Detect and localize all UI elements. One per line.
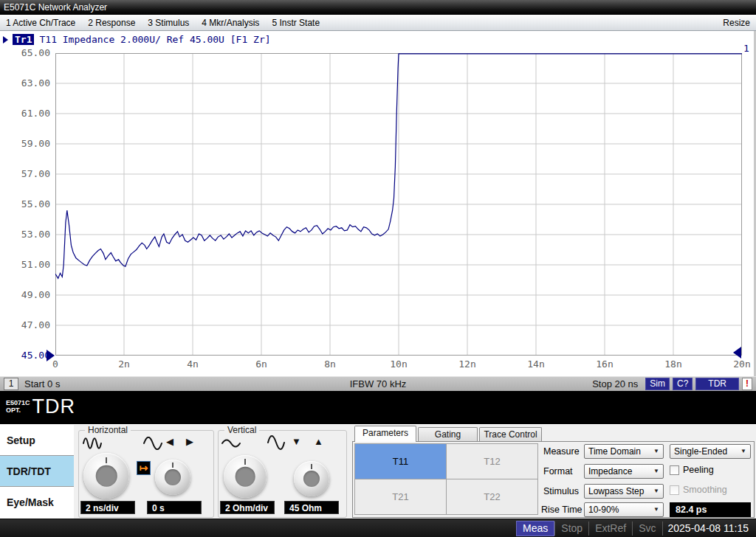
stop-value: Stop 20 ns	[592, 378, 638, 389]
trace-status-text: T11 Impedance 2.000U/ Ref 45.00U [F1 Zr]	[39, 34, 270, 45]
y-axis-tick-label: 61.00	[3, 108, 50, 119]
active-trace-arrow-icon	[3, 36, 12, 44]
param-t12-button[interactable]: T12	[446, 443, 538, 479]
measurement-screen: Tr1 T11 Impedance 2.000U/ Ref 45.00U [F1…	[0, 31, 756, 376]
tab-gating[interactable]: Gating	[418, 427, 478, 442]
horizontal-scale-knob[interactable]	[83, 453, 129, 499]
menu-item-resize[interactable]: Resize	[723, 18, 750, 28]
horizontal-offset-button[interactable]: ↦	[137, 461, 151, 475]
risetime-dropdown[interactable]: 10-90% ▼	[584, 502, 664, 517]
vertical-position-value: 45 Ohm	[284, 501, 339, 514]
x-axis-tick-label: 20n	[718, 358, 756, 370]
scale-down-icon[interactable]: ▼	[292, 436, 301, 448]
trace-number-label: 1	[743, 43, 749, 54]
risetime-label: Rise Time	[541, 505, 583, 515]
format-dropdown-arrow-icon: ▼	[653, 465, 659, 478]
y-axis-tick-label: 49.00	[3, 289, 50, 300]
horizontal-group: Horizontal ◀ ▶ ↦ 2 ns/div 0 s	[78, 430, 214, 518]
format-label: Format	[543, 466, 573, 477]
parameters-tab-content: T11 T12 T21 T22 Measure Time Domain ▼ Si…	[352, 441, 755, 518]
svc-status: Svc	[632, 522, 662, 536]
tdr-badge: TDR	[695, 378, 739, 390]
sweep-stop-marker	[733, 347, 741, 358]
param-t11-button[interactable]: T11	[354, 443, 447, 479]
y-axis-tick-label: 55.00	[3, 198, 50, 209]
extref-status: ExtRef	[588, 522, 632, 536]
topology-dropdown[interactable]: Single-Ended ▼	[670, 444, 751, 459]
x-axis-tick-label: 2n	[100, 358, 148, 370]
y-axis-tick-label: 57.00	[3, 168, 50, 179]
menu-item[interactable]: 2 Response	[88, 18, 135, 28]
x-axis-tick-label: 16n	[581, 358, 628, 370]
scale-up-icon[interactable]: ▲	[314, 436, 323, 448]
smoothing-checkbox-row: Smoothing	[670, 485, 727, 495]
datetime-display: 2025-04-08 11:15	[662, 522, 755, 536]
scroll-left-icon[interactable]: ◀	[166, 436, 173, 448]
vertical-position-knob[interactable]	[294, 461, 329, 496]
alert-badge: !	[742, 378, 752, 390]
smoothing-checkbox[interactable]	[670, 485, 679, 495]
measure-label: Measure	[543, 446, 580, 457]
mode-sidebar: SetupTDR/TDTEye/Mask	[0, 425, 74, 519]
tab-parameters[interactable]: Parameters	[354, 426, 416, 442]
trace-header: Tr1 T11 Impedance 2.000U/ Ref 45.00U [F1…	[3, 34, 271, 45]
y-axis-tick-label: 63.00	[3, 77, 50, 89]
measure-dropdown[interactable]: Time Domain ▼	[584, 444, 664, 459]
scroll-right-icon[interactable]: ▶	[186, 436, 193, 448]
tdr-toolbar: E5071C OPT. TDR Trace1 ▼ AutoScale ▼ Run…	[0, 391, 756, 424]
channel-status-bar: 1 Start 0 s IFBW 70 kHz Stop 20 ns Sim C…	[0, 376, 756, 391]
horizontal-position-value: 0 s	[147, 501, 202, 514]
x-axis-tick-label: 12n	[444, 358, 491, 370]
menu-item[interactable]: 5 Instr State	[272, 18, 320, 28]
menu-items: 1 Active Ch/Trace2 Response3 Stimulus4 M…	[6, 18, 320, 28]
param-t21-button[interactable]: T21	[354, 479, 447, 515]
peeling-checkbox[interactable]	[670, 465, 679, 475]
sidebar-item-setup[interactable]: Setup	[0, 425, 74, 456]
y-axis-tick-label: 59.00	[3, 138, 50, 149]
x-axis-tick-label: 6n	[238, 358, 285, 370]
menu-item[interactable]: 4 Mkr/Analysis	[202, 18, 259, 28]
sidebar-item-tdr-tdt[interactable]: TDR/TDT	[0, 456, 74, 487]
horizontal-position-knob[interactable]	[155, 460, 190, 495]
window-title-bar: E5071C Network Analyzer	[0, 0, 756, 15]
x-axis-tick-label: 18n	[650, 358, 697, 370]
y-axis-tick-label: 51.00	[3, 259, 50, 270]
vertical-group: Vertical ▼ ▲ 2 Ohm/div 45 Ohm	[218, 430, 347, 518]
reference-level-marker[interactable]	[47, 350, 55, 361]
logo-opt: OPT.	[6, 406, 30, 414]
param-t22-button[interactable]: T22	[446, 479, 538, 515]
menu-item[interactable]: 1 Active Ch/Trace	[6, 18, 75, 28]
sine-large-amplitude-icon	[267, 434, 285, 451]
x-axis-tick-label: 0	[32, 358, 79, 370]
sine-sparse-icon	[143, 437, 162, 450]
correction-badge: C?	[673, 378, 693, 390]
y-axis-tick-label: 65.00	[3, 47, 50, 58]
trace-label-chip[interactable]: Tr1	[13, 34, 34, 45]
smoothing-label: Smoothing	[683, 485, 727, 495]
start-value: Start 0 s	[24, 378, 60, 389]
peeling-label: Peeling	[683, 465, 714, 475]
sine-dense-icon	[82, 436, 103, 451]
ifbw-value: IFBW 70 kHz	[350, 378, 407, 389]
stimulus-label: Stimulus	[543, 486, 579, 496]
app-window: E5071C Network Analyzer 1 Active Ch/Trac…	[0, 0, 756, 537]
vertical-scale-knob[interactable]	[224, 455, 267, 498]
stop-status: Stop	[554, 522, 588, 536]
tab-trace-control[interactable]: Trace Control	[479, 427, 542, 442]
channel-number-box: 1	[4, 378, 18, 390]
stimulus-dropdown-arrow-icon: ▼	[653, 485, 659, 498]
x-axis-tick-label: 10n	[375, 358, 422, 370]
logo-app-name: TDR	[32, 396, 76, 417]
sidebar-item-eye-mask[interactable]: Eye/Mask	[0, 487, 74, 518]
risetime-dropdown-arrow-icon: ▼	[653, 503, 659, 516]
tdr-app-logo: E5071C OPT. TDR	[6, 396, 75, 417]
measure-dropdown-arrow-icon: ▼	[653, 445, 659, 458]
meas-status: Meas	[516, 521, 554, 536]
peeling-checkbox-row: Peeling	[670, 465, 714, 475]
menu-item[interactable]: 3 Stimulus	[148, 18, 189, 28]
menu-bar: 1 Active Ch/Trace2 Response3 Stimulus4 M…	[0, 15, 756, 31]
format-dropdown[interactable]: Impedance ▼	[584, 464, 664, 479]
horizontal-group-label: Horizontal	[85, 425, 131, 435]
stimulus-dropdown[interactable]: Lowpass Step ▼	[584, 484, 664, 499]
sine-small-amplitude-icon	[221, 437, 241, 449]
